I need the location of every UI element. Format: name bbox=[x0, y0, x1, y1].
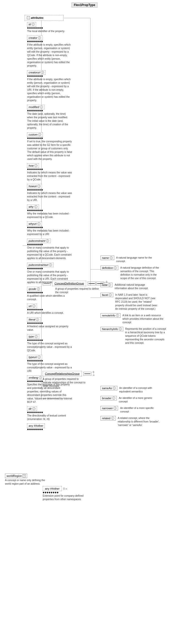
field-typeuri: typeuri i ◆◆◆◆◆◆◆◆ The type of the conce… bbox=[27, 355, 72, 373]
concept-relation-items: sameAs i An identifier of a concept with… bbox=[100, 386, 163, 430]
concept-broader: broader i An identifier of a more generi… bbox=[100, 396, 163, 403]
field-how-info[interactable]: i bbox=[34, 164, 37, 167]
field-modified-info[interactable]: i bbox=[40, 105, 43, 109]
field-uri-info[interactable]: i bbox=[32, 304, 35, 307]
concept-name-info[interactable]: i bbox=[110, 256, 113, 259]
any-other-1: any ##other ◆◆◆◆◆◆◆◆ bbox=[27, 423, 72, 431]
concept-definition-box: definition i bbox=[100, 266, 118, 270]
concept-narrower-box: narrower i bbox=[100, 406, 118, 410]
field-custom-label: custom i bbox=[27, 132, 43, 137]
field-how: how i ◆◆◆◆◆◆◆◆ Indicates by which means … bbox=[27, 163, 72, 181]
field-creator-dots: ◆◆◆◆◆◆◆◆ bbox=[27, 40, 72, 43]
concept-narrower: narrower i An identifier of a more speci… bbox=[100, 406, 163, 413]
concept-facet: facet i In NAR 1.9 and later: facet is d… bbox=[100, 293, 166, 311]
fields-list: id i ◆◆◆◆◆◆◆◆ The local identifier of th… bbox=[25, 22, 72, 431]
field-typeuri-label: typeuri i bbox=[27, 355, 42, 359]
concept-relationships-group-box: ConceptRelationshipsGroup bbox=[43, 371, 82, 376]
field-type-label: type i bbox=[27, 334, 39, 339]
field-literal-label: literal i bbox=[27, 317, 40, 322]
field-type-info[interactable]: i bbox=[35, 335, 38, 338]
field-id-dots: ◆◆◆◆◆◆◆◆ bbox=[27, 27, 72, 29]
concept-note-info[interactable]: i bbox=[108, 283, 111, 286]
field-dir: dir i ◆◆◆◆◆◆◆◆ The directionality of tex… bbox=[27, 406, 72, 421]
field-creatoruri-desc: If the attribute is empty, specifies whi… bbox=[27, 78, 72, 102]
field-creator-label: creator i bbox=[27, 36, 42, 40]
field-typeuri-info[interactable]: i bbox=[38, 356, 41, 359]
field-creator-desc: If the attribute is empty, specifies whi… bbox=[27, 43, 72, 68]
field-howuri-label: howuri i bbox=[27, 184, 42, 188]
concept-facet-info[interactable]: i bbox=[109, 293, 112, 296]
field-dir-info[interactable]: i bbox=[32, 407, 35, 410]
concept-broader-info[interactable]: i bbox=[112, 397, 115, 400]
attributes-box: − attributes bbox=[25, 15, 64, 21]
concept-items-section: name i A natural language name for the c… bbox=[100, 256, 166, 347]
concept-definition: definition i A natural language definiti… bbox=[100, 266, 166, 280]
attributes-label: attributes bbox=[31, 16, 43, 19]
field-why: why i ◆◆◆◆◆◆◆◆ Why the metadata has been… bbox=[27, 204, 72, 219]
concept-relationships-group-desc: A group of properties required to indica… bbox=[43, 377, 88, 388]
field-custom-info[interactable]: i bbox=[38, 133, 41, 136]
concept-note: note i Additional natural language infor… bbox=[100, 283, 166, 290]
concept-definition-group-section: ━━━━ ConceptDefinitionGroup ━━━━ ━━━━ 0 … bbox=[43, 281, 108, 294]
cdg-connector-right: ━━━━ bbox=[88, 282, 96, 285]
field-id-label: id i bbox=[27, 22, 36, 27]
concept-related: related i A related concept, where the r… bbox=[100, 416, 163, 427]
concept-relationships-group-label: ConceptRelationshipsGroup bbox=[45, 372, 80, 375]
world-region-box[interactable]: worldRegion + bbox=[5, 474, 27, 478]
collapse-icon[interactable]: − bbox=[27, 16, 30, 19]
concept-sameas: sameAs i An identifier of a concept with… bbox=[100, 386, 163, 393]
field-whyuri: whyuri i ◆◆◆◆◆◆◆◆ Why the metadata has b… bbox=[27, 222, 72, 236]
concept-narrower-info[interactable]: i bbox=[114, 407, 117, 410]
concept-sameas-info[interactable]: i bbox=[113, 387, 116, 390]
field-creator: creator i ◆◆◆◆◆◆◆◆ If the attribute is e… bbox=[27, 36, 72, 68]
concept-name-box: name i bbox=[100, 256, 114, 260]
field-qcode-info[interactable]: i bbox=[37, 287, 40, 290]
concept-remoteinfo-box: remoteInfo i bbox=[100, 313, 121, 318]
crg-connector: ━━━━ bbox=[83, 372, 91, 376]
field-xmllang-label: xmllang i bbox=[27, 375, 43, 380]
field-whyuri-label: whyuri i bbox=[27, 222, 42, 226]
concept-definition-group-box: ConceptDefinitionGroup bbox=[52, 281, 86, 286]
field-literal-info[interactable]: i bbox=[36, 318, 39, 321]
world-region-desc: A concept or name only defining the worl… bbox=[5, 479, 50, 486]
concept-sameas-box: sameAs i bbox=[100, 386, 117, 390]
concept-hierarchyinfo: hierarchyInfo i Represents the position … bbox=[100, 327, 166, 345]
concept-remoteinfo-info[interactable]: i bbox=[116, 314, 119, 317]
field-uri-label: uri i bbox=[27, 304, 37, 308]
field-pubconstraint: pubconstraint i ◆◆◆◆◆◆◆◆ One or many con… bbox=[27, 239, 72, 260]
world-region-node: worldRegion + bbox=[5, 474, 50, 478]
field-id: id i ◆◆◆◆◆◆◆◆ The local identifier of th… bbox=[27, 22, 72, 33]
field-whyuri-info[interactable]: i bbox=[37, 222, 40, 225]
field-how-label: how i bbox=[27, 163, 39, 168]
field-dir-label: dir i bbox=[27, 406, 37, 411]
concept-hierarchyinfo-info[interactable]: i bbox=[119, 328, 122, 331]
concept-relationships-group-section: ConceptRelationshipsGroup ━━━━ 0 ∞ A gro… bbox=[43, 371, 95, 388]
field-modified-label: modified i bbox=[27, 105, 44, 109]
concept-related-info[interactable]: i bbox=[111, 417, 114, 420]
field-howuri: howuri i ◆◆◆◆◆◆◆◆ Indicates by which mea… bbox=[27, 184, 72, 202]
any-other-1-box: any ##other bbox=[27, 423, 45, 428]
concept-definition-info[interactable]: i bbox=[114, 266, 117, 269]
field-id-info[interactable]: i bbox=[32, 23, 35, 26]
field-creatoruri-info[interactable]: i bbox=[41, 71, 44, 74]
cdg-connector-left: ━━━━ bbox=[43, 282, 51, 285]
field-xmllang-info[interactable]: i bbox=[39, 376, 42, 379]
concept-name: name i A natural language name for the c… bbox=[100, 256, 166, 263]
cdg-connector-range: ━━━━ bbox=[96, 282, 104, 285]
field-creatoruri: creatoruri i ◆◆◆◆◆◆◆◆ If the attribute i… bbox=[27, 70, 72, 102]
field-pubconstrainturi-info[interactable]: i bbox=[49, 263, 52, 266]
field-pubconstrainturi-label: pubconstrainturi i bbox=[27, 263, 53, 267]
field-custom: custom i ◆◆◆◆◆◆◆◆ If set to true, the co… bbox=[27, 132, 72, 161]
field-qcode-label: qcode i bbox=[27, 287, 41, 291]
attributes-section: − attributes id i ◆◆◆◆◆◆◆◆ The local ide… bbox=[25, 15, 72, 433]
world-region-expand-icon[interactable]: + bbox=[23, 474, 26, 477]
field-howuri-info[interactable]: i bbox=[37, 185, 40, 188]
field-creator-info[interactable]: i bbox=[38, 36, 41, 39]
field-id-desc: The local identifier of the property. bbox=[27, 30, 72, 33]
concept-definition-group-label: ConceptDefinitionGroup bbox=[54, 282, 84, 285]
field-pubconstraint-info[interactable]: i bbox=[46, 239, 49, 242]
crg-range: 0 ∞ bbox=[93, 371, 95, 376]
concept-remoteinfo: remoteInfo i A link to an item or a web … bbox=[100, 313, 166, 324]
field-why-info[interactable]: i bbox=[34, 205, 37, 208]
field-why-label: why i bbox=[27, 204, 39, 209]
